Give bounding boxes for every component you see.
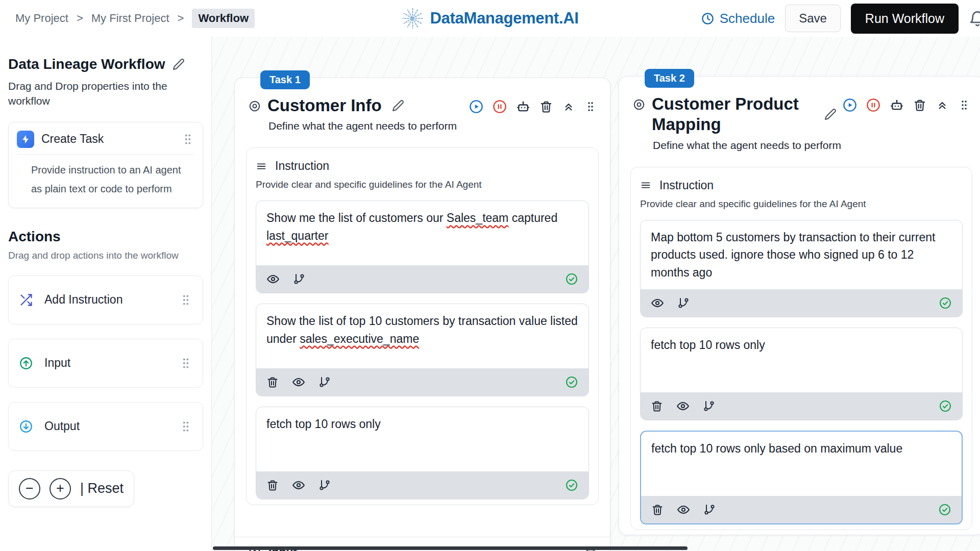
drag-handle-icon[interactable] <box>179 293 192 307</box>
valid-check-icon <box>565 479 578 492</box>
sidebar-subtitle: Drag and Drop properties into the workfl… <box>8 79 187 109</box>
pause-task-icon[interactable] <box>493 99 507 114</box>
instruction-text-input[interactable]: fetch top 10 rows only based on maximum … <box>641 432 962 496</box>
create-task-label: Create Task <box>41 132 104 146</box>
instruction-toolbar <box>256 471 589 499</box>
action-input[interactable]: Input <box>8 339 203 388</box>
drag-handle-icon[interactable] <box>179 420 192 433</box>
run-task-icon[interactable] <box>469 99 483 114</box>
instruction-box: fetch top 10 rows only <box>256 407 589 499</box>
drag-handle-icon[interactable] <box>181 133 194 146</box>
brand-name: DataManagement.AI <box>430 9 578 28</box>
instruction-text-input[interactable]: Show me the list of customers our Sales_… <box>256 201 589 265</box>
target-icon <box>632 98 646 111</box>
instruction-toolbar <box>641 496 962 523</box>
instruction-box: Map bottom 5 customers by transaction to… <box>640 220 963 318</box>
topbar: My Project > My First Project > Workflow… <box>0 0 980 37</box>
delete-task-icon[interactable] <box>540 100 553 113</box>
instruction-toolbar <box>256 265 589 293</box>
brand-logo: DataManagement.AI <box>401 7 578 30</box>
delete-instruction-icon[interactable] <box>266 479 279 491</box>
instruction-section-title: Instruction <box>275 159 329 173</box>
breadcrumb-separator: > <box>178 12 184 25</box>
create-task-card[interactable]: Create Task Provide instruction to an AI… <box>8 122 203 208</box>
collapse-task-icon[interactable] <box>936 98 949 112</box>
delete-instruction-icon[interactable] <box>651 504 664 516</box>
instruction-section-hint: Provide clear and specific guidelines fo… <box>640 198 963 210</box>
valid-check-icon <box>938 503 951 516</box>
instruction-box: fetch top 10 rows only <box>640 328 963 420</box>
target-icon <box>248 99 261 113</box>
branch-icon[interactable] <box>293 273 305 285</box>
section-drag-icon[interactable] <box>640 180 651 191</box>
breadcrumb: My Project > My First Project > Workflow <box>15 9 255 28</box>
preview-eye-icon[interactable] <box>676 399 690 413</box>
notifications-bell-icon[interactable] <box>969 10 980 27</box>
delete-instruction-icon[interactable] <box>651 400 663 412</box>
preview-eye-icon[interactable] <box>292 375 305 389</box>
pause-task-icon[interactable] <box>866 98 880 112</box>
instruction-text-input[interactable]: Map bottom 5 customers by transaction to… <box>641 220 962 290</box>
breadcrumb-item-my-first-project[interactable]: My First Project <box>91 12 169 25</box>
edit-workflow-name-icon[interactable] <box>173 58 185 70</box>
reset-button[interactable]: | Reset <box>80 481 124 496</box>
delete-instruction-icon[interactable] <box>266 376 279 388</box>
instruction-text-input[interactable]: Show the list of top 10 customers by tra… <box>256 304 589 368</box>
preview-eye-icon[interactable] <box>651 296 664 310</box>
workflow-title: Data Lineage Workflow <box>8 56 165 72</box>
preview-eye-icon[interactable] <box>677 503 690 516</box>
branch-icon[interactable] <box>318 479 331 491</box>
instruction-box: Show the list of top 10 customers by tra… <box>256 304 589 396</box>
misspelled-word: sales_executive_name <box>300 332 419 345</box>
create-task-description: Provide instruction to an AI agent as pl… <box>17 155 185 199</box>
branch-icon[interactable] <box>703 504 716 516</box>
bot-icon[interactable] <box>516 99 530 114</box>
schedule-button[interactable]: Schedule <box>701 11 775 27</box>
workflow-canvas[interactable]: Task 1 Customer Info <box>212 37 980 551</box>
action-add-instruction[interactable]: Add Instruction <box>8 276 203 324</box>
instruction-toolbar <box>256 368 589 396</box>
instruction-text-input[interactable]: fetch top 10 rows only <box>641 328 962 392</box>
instruction-box-focused: fetch top 10 rows only based on maximum … <box>640 431 963 524</box>
task-controls <box>469 99 597 114</box>
instruction-box: Show me the list of customers our Sales_… <box>256 201 589 293</box>
preview-eye-icon[interactable] <box>292 479 305 492</box>
collapse-task-icon[interactable] <box>562 100 575 113</box>
save-button[interactable]: Save <box>785 5 841 32</box>
bot-icon[interactable] <box>890 98 904 112</box>
starburst-logo-icon <box>401 7 424 30</box>
breadcrumb-item-my-project[interactable]: My Project <box>15 12 68 25</box>
instruction-text-input[interactable]: fetch top 10 rows only <box>256 407 589 471</box>
zoom-out-button[interactable]: − <box>19 478 40 499</box>
bolt-icon <box>17 131 34 148</box>
misspelled-word: Sales_team <box>447 211 508 224</box>
task-controls <box>843 98 970 112</box>
task-card-2: Task 2 Customer Product Mapping <box>619 76 980 535</box>
misspelled-word: last_quarter <box>266 229 328 242</box>
upload-circle-icon <box>19 356 33 370</box>
run-task-icon[interactable] <box>843 98 857 112</box>
branch-icon[interactable] <box>318 376 331 388</box>
zoom-in-button[interactable]: + <box>50 478 71 499</box>
task-title: Customer Info <box>267 95 382 116</box>
action-label: Input <box>44 356 70 370</box>
branch-icon[interactable] <box>703 400 715 412</box>
valid-check-icon <box>565 375 578 389</box>
edit-task-title-icon[interactable] <box>392 99 404 112</box>
download-circle-icon <box>19 419 33 434</box>
drag-handle-icon[interactable] <box>958 99 970 111</box>
horizontal-scrollbar[interactable] <box>213 546 688 550</box>
preview-eye-icon[interactable] <box>266 272 280 286</box>
run-workflow-button[interactable]: Run Workflow <box>851 4 959 34</box>
task-subtitle: Define what the agent needs to perform <box>653 139 972 152</box>
section-drag-icon[interactable] <box>256 161 267 172</box>
drag-handle-icon[interactable] <box>179 357 192 370</box>
valid-check-icon <box>939 399 952 413</box>
drag-handle-icon[interactable] <box>584 101 597 113</box>
branch-icon[interactable] <box>677 297 690 309</box>
delete-task-icon[interactable] <box>913 98 926 112</box>
action-output[interactable]: Output <box>8 402 203 451</box>
task-title: Customer Product Mapping <box>652 94 814 135</box>
breadcrumb-item-workflow[interactable]: Workflow <box>192 9 255 28</box>
edit-task-title-icon[interactable] <box>824 108 837 120</box>
